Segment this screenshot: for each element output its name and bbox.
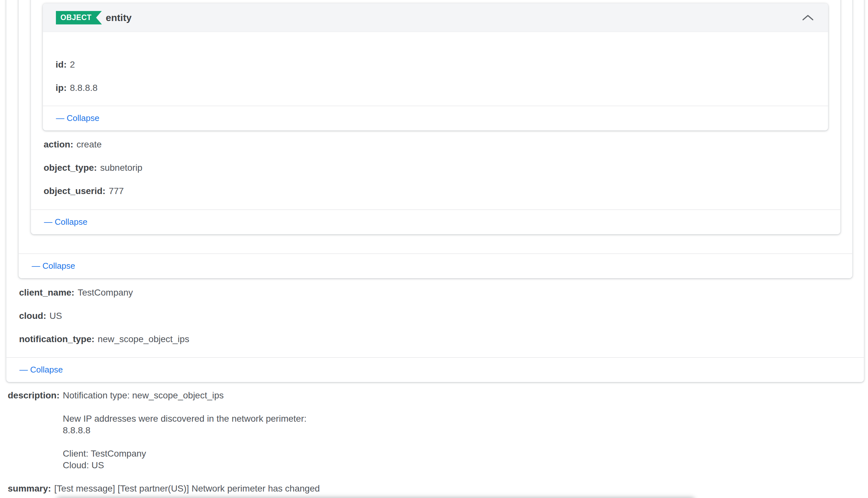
outer-collapse-link[interactable]: — Collapse [19,365,63,375]
field-row-client-name: client_name:TestCompany [19,287,133,298]
object-card-footer: — Collapse [31,210,840,234]
field-value-object-type: subnetorip [100,163,143,173]
field-row-id: id:2 [56,59,75,70]
field-row-notification-type: notification_type:new_scope_object_ips [19,334,189,345]
field-label-action: action: [44,139,73,149]
field-value-action: create [77,139,102,149]
chevron-up-glyph [802,15,814,21]
field-label-cloud: cloud: [19,311,46,321]
notification-detail-page: { "colors": { "badge_green": "#12a573", … [0,0,868,498]
wrapper-collapse-link[interactable]: — Collapse [32,261,75,271]
field-label-description: description: [8,390,59,401]
field-label-notification-type: notification_type: [19,334,94,344]
field-value-id: 2 [70,60,75,69]
field-row-object-userid: object_userid:777 [44,186,124,197]
field-label-id: id: [56,60,67,69]
field-value-client-name: TestCompany [78,288,133,298]
field-label-client-name: client_name: [19,288,74,298]
outer-card-footer: — Collapse [6,357,864,382]
field-row-action: action:create [44,139,102,150]
entity-card-title: entity [106,12,132,23]
field-row-cloud: cloud:US [19,311,62,322]
field-value-description: Notification type: new_scope_object_ips … [63,390,306,471]
field-row-ip: ip:8.8.8.8 [56,82,98,93]
chevron-up-icon[interactable] [801,11,815,25]
field-value-cloud: US [50,311,62,321]
entity-card-header: OBJECT entity [43,3,828,32]
field-label-ip: ip: [56,83,67,93]
field-label-object-type: object_type: [44,163,97,173]
field-value-notification-type: new_scope_object_ips [98,334,189,344]
field-value-object-userid: 777 [109,186,124,196]
entity-collapse-link[interactable]: — Collapse [56,113,99,123]
entity-header-title-group: OBJECT entity [56,11,132,25]
entity-card-footer: — Collapse [43,106,828,130]
object-collapse-link[interactable]: — Collapse [44,217,87,227]
wrapper-card-footer: — Collapse [19,253,852,278]
field-row-object-type: object_type:subnetorip [44,162,143,173]
field-value-summary: [Test message] [Test partner(US)] Networ… [54,483,320,495]
field-value-ip: 8.8.8.8 [70,83,98,93]
entity-card: OBJECT entity — Collapse [43,3,828,131]
field-row-summary: summary: [Test message] [Test partner(US… [8,483,320,495]
object-type-badge: OBJECT [56,11,102,25]
field-label-object-userid: object_userid: [44,186,105,196]
field-label-summary: summary: [8,483,51,495]
field-row-description: description: Notification type: new_scop… [8,390,307,471]
